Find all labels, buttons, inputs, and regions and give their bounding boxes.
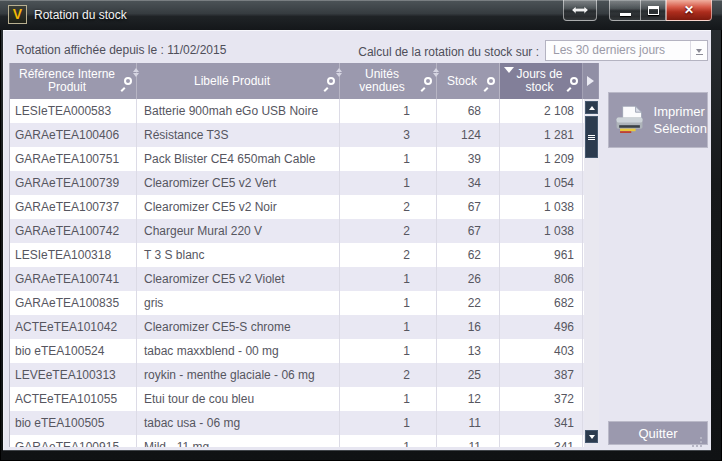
- cell-days-of-stock: 1 038: [500, 219, 583, 243]
- cell-days-of-stock: 387: [500, 363, 583, 387]
- maximize-button[interactable]: [640, 0, 666, 21]
- cell-product-label: tabac maxxblend - 00 mg: [137, 339, 340, 363]
- vertical-scrollbar[interactable]: [584, 99, 599, 447]
- cell-reference: LEVEeTEA100313: [10, 363, 137, 387]
- column-header[interactable]: Jours de stock: [500, 63, 583, 99]
- column-header[interactable]: Référence Interne Produit: [10, 63, 137, 99]
- table-row[interactable]: GARAeTEA100751 Pack Blister CE4 650mah C…: [10, 147, 584, 171]
- cell-product-label: Clearomizer CE5-S chrome: [137, 315, 340, 339]
- cell-stock: 25: [437, 363, 500, 387]
- double-arrow-icon: [571, 5, 589, 15]
- cell-units-sold: 1: [340, 435, 437, 447]
- table-row[interactable]: GARAeTEA100835 gris 1 22 682: [10, 291, 584, 315]
- table-row[interactable]: GARAeTEA100742 Chargeur Mural 220 V 2 67…: [10, 219, 584, 243]
- table-row[interactable]: ACTEeTEA101055 Etui tour de cou bleu 1 1…: [10, 387, 584, 411]
- cell-reference: GARAeTEA100739: [10, 171, 137, 195]
- cell-days-of-stock: 806: [500, 267, 583, 291]
- cell-product-label: Clearomizer CE5 v2 Violet: [137, 267, 340, 291]
- period-dropdown[interactable]: Les 30 derniers jours: [545, 40, 708, 61]
- column-search-icon[interactable]: [327, 77, 335, 85]
- cell-days-of-stock: 682: [500, 291, 583, 315]
- print-button-label-line1: Imprimer: [654, 103, 707, 120]
- arrow-right-icon: [587, 76, 594, 86]
- chevron-down-icon: [690, 41, 707, 60]
- table-row[interactable]: LESIeTEA000583 Batterie 900mah eGo USB N…: [10, 99, 584, 123]
- column-header[interactable]: Stock: [437, 63, 500, 99]
- cell-product-label: Mild - 11 mg: [137, 435, 340, 447]
- cell-stock: 12: [437, 387, 500, 411]
- column-search-icon[interactable]: [570, 77, 578, 85]
- cell-product-label: Clearomizer CE5 v2 Noir: [137, 195, 340, 219]
- cell-stock: 11: [437, 411, 500, 435]
- table-body: LESIeTEA000583 Batterie 900mah eGo USB N…: [10, 99, 584, 447]
- cell-units-sold: 1: [340, 99, 437, 123]
- stock-rotation-table: Référence Interne Produit Libellé Produi…: [9, 63, 599, 447]
- cell-units-sold: 1: [340, 171, 437, 195]
- table-row[interactable]: GARAeTEA100406 Résistance T3S 3 124 1 28…: [10, 123, 584, 147]
- cell-days-of-stock: 1 209: [500, 147, 583, 171]
- column-search-icon[interactable]: [424, 77, 432, 85]
- cell-reference: ACTEeTEA101055: [10, 387, 137, 411]
- cell-reference: LESIeTEA100318: [10, 243, 137, 267]
- table-header: Référence Interne Produit Libellé Produi…: [10, 63, 599, 99]
- cell-stock: 124: [437, 123, 500, 147]
- cell-days-of-stock: 2 108: [500, 99, 583, 123]
- cell-stock: 16: [437, 315, 500, 339]
- cell-units-sold: 1: [340, 339, 437, 363]
- column-header-label: Jours de stock: [512, 68, 567, 94]
- arrow-down-icon: [589, 435, 595, 439]
- cell-reference: GARAeTEA100742: [10, 219, 137, 243]
- sort-toggle-icon[interactable]: [336, 68, 343, 77]
- print-button-label-line2: Sélection: [654, 120, 707, 137]
- table-row[interactable]: bio eTEA100524 tabac maxxblend - 00 mg 1…: [10, 339, 584, 363]
- sort-toggle-icon[interactable]: [433, 68, 440, 77]
- window-title: Rotation du stock: [34, 8, 127, 22]
- scrollbar-thumb[interactable]: [585, 116, 598, 158]
- resize-grip[interactable]: [691, 436, 703, 448]
- minimize-button[interactable]: [609, 0, 640, 21]
- grip-icon: [588, 135, 595, 140]
- app-logo-icon: V: [8, 5, 27, 24]
- cell-product-label: Clearomizer CE5 v2 Vert: [137, 171, 340, 195]
- table-row[interactable]: bio eTEA100505 tabac usa - 06 mg 1 11 34…: [10, 411, 584, 435]
- cell-stock: 39: [437, 147, 500, 171]
- table-row[interactable]: GARAeTEA100741 Clearomizer CE5 v2 Violet…: [10, 267, 584, 291]
- minimize-icon: [620, 13, 631, 16]
- table-row[interactable]: ACTEeTEA101042 Clearomizer CE5-S chrome …: [10, 315, 584, 339]
- column-search-icon[interactable]: [124, 77, 132, 85]
- column-search-icon[interactable]: [487, 77, 495, 85]
- table-row[interactable]: GARAeTEA100739 Clearomizer CE5 v2 Vert 1…: [10, 171, 584, 195]
- column-header-label: Libellé Produit: [194, 75, 270, 88]
- cell-days-of-stock: 1 054: [500, 171, 583, 195]
- table-row[interactable]: LEVEeTEA100313 roykin - menthe glaciale …: [10, 363, 584, 387]
- cell-product-label: gris: [137, 291, 340, 315]
- column-header[interactable]: Libellé Produit: [137, 63, 340, 99]
- cell-days-of-stock: 1 281: [500, 123, 583, 147]
- close-icon: ✕: [684, 3, 694, 17]
- cell-reference: bio eTEA100505: [10, 411, 137, 435]
- cell-units-sold: 1: [340, 267, 437, 291]
- table-row[interactable]: GARAeTEA100915 Mild - 11 mg 1 11 341: [10, 435, 584, 447]
- cell-units-sold: 2: [340, 219, 437, 243]
- scroll-columns-right-button[interactable]: [583, 63, 598, 99]
- scroll-up-button[interactable]: [585, 101, 598, 114]
- column-header[interactable]: Unités vendues: [340, 63, 437, 99]
- table-row[interactable]: GARAeTEA100737 Clearomizer CE5 v2 Noir 2…: [10, 195, 584, 219]
- cell-units-sold: 1: [340, 411, 437, 435]
- flip-window-button[interactable]: [563, 0, 597, 21]
- arrow-up-icon: [589, 106, 595, 110]
- cell-product-label: Chargeur Mural 220 V: [137, 219, 340, 243]
- table-row[interactable]: LESIeTEA100318 T 3 S blanc 2 62 961: [10, 243, 584, 267]
- sort-toggle-icon[interactable]: [133, 68, 140, 77]
- cell-days-of-stock: 1 038: [500, 195, 583, 219]
- cell-product-label: T 3 S blanc: [137, 243, 340, 267]
- print-selection-button[interactable]: Imprimer Sélection: [608, 92, 708, 148]
- cell-stock: 34: [437, 171, 500, 195]
- cell-product-label: Résistance T3S: [137, 123, 340, 147]
- cell-reference: GARAeTEA100751: [10, 147, 137, 171]
- close-button[interactable]: ✕: [666, 0, 712, 21]
- cell-stock: 11: [437, 435, 500, 447]
- title-bar: V Rotation du stock ✕: [0, 0, 722, 30]
- scroll-down-button[interactable]: [585, 430, 598, 443]
- app-window: V Rotation du stock ✕ Rotation affichée …: [0, 0, 722, 461]
